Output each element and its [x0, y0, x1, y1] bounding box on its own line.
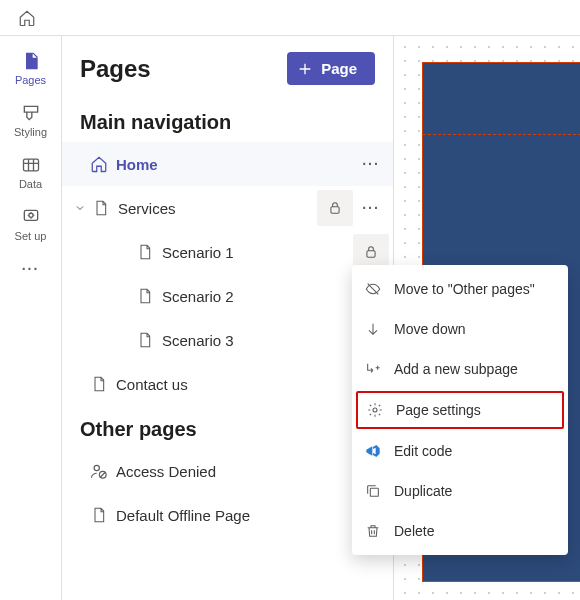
- cm-add-subpage[interactable]: Add a new subpage: [352, 349, 568, 389]
- subpage-icon: [364, 360, 382, 378]
- cm-page-settings[interactable]: Page settings: [356, 391, 564, 429]
- tree-item-label: Scenario 1: [162, 244, 234, 261]
- svg-rect-10: [370, 488, 378, 496]
- cm-delete[interactable]: Delete: [352, 511, 568, 551]
- tree-item-offline[interactable]: Default Offline Page: [62, 493, 393, 537]
- more-icon[interactable]: ···: [353, 146, 389, 182]
- section-main-nav-title: Main navigation: [62, 99, 393, 142]
- duplicate-icon: [364, 482, 382, 500]
- top-bar: [0, 0, 580, 36]
- rail-item-more[interactable]: ···: [4, 250, 58, 286]
- arrow-down-icon: [364, 320, 382, 338]
- cm-edit-code[interactable]: Edit code: [352, 431, 568, 471]
- tree-item-label: Default Offline Page: [116, 507, 250, 524]
- pages-panel: Pages Page Main navigation Home ···: [62, 36, 394, 600]
- tree-item-label: Contact us: [116, 376, 188, 393]
- svg-point-7: [94, 465, 99, 470]
- svg-rect-1: [24, 210, 37, 220]
- rail-item-styling[interactable]: Styling: [4, 94, 58, 144]
- cm-label: Page settings: [396, 402, 481, 418]
- cm-label: Edit code: [394, 443, 452, 459]
- more-icon: ···: [20, 258, 42, 280]
- cm-label: Move down: [394, 321, 466, 337]
- rail-label: Styling: [14, 126, 47, 138]
- tree-item-label: Scenario 2: [162, 288, 234, 305]
- page-icon: [88, 375, 110, 393]
- svg-rect-4: [367, 251, 375, 257]
- page-icon: [90, 199, 112, 217]
- page-icon: [88, 506, 110, 524]
- trash-icon: [364, 522, 382, 540]
- svg-point-2: [28, 213, 32, 217]
- panel-title: Pages: [80, 55, 151, 83]
- rail-item-pages[interactable]: Pages: [4, 42, 58, 92]
- page-icon: [20, 50, 42, 72]
- cm-label: Move to "Other pages": [394, 281, 535, 297]
- svg-point-9: [373, 408, 377, 412]
- svg-rect-0: [23, 159, 38, 171]
- cm-label: Add a new subpage: [394, 361, 518, 377]
- rail-label: Data: [19, 178, 42, 190]
- add-button-label: Page: [321, 60, 357, 77]
- page-icon: [134, 243, 156, 261]
- cm-move-to-other[interactable]: Move to "Other pages": [352, 269, 568, 309]
- tree-item-scenario-2[interactable]: Scenario 2: [62, 274, 393, 318]
- brush-icon: [20, 102, 42, 124]
- context-menu: Move to "Other pages" Move down Add a ne…: [352, 265, 568, 555]
- plus-icon: [297, 61, 313, 77]
- lock-icon[interactable]: [317, 190, 353, 226]
- tree-item-label: Services: [118, 200, 176, 217]
- preview-header: [423, 63, 580, 135]
- cm-label: Delete: [394, 523, 434, 539]
- home-icon[interactable]: [16, 7, 38, 29]
- tree-item-contact[interactable]: Contact us: [62, 362, 393, 406]
- person-denied-icon: [88, 462, 110, 480]
- rail-label: Set up: [15, 230, 47, 242]
- tree-item-scenario-1[interactable]: Scenario 1: [62, 230, 393, 274]
- tree-item-access-denied[interactable]: Access Denied: [62, 449, 393, 493]
- home-icon: [88, 155, 110, 173]
- code-icon: [364, 442, 382, 460]
- section-other-title: Other pages: [62, 406, 393, 449]
- cm-label: Duplicate: [394, 483, 452, 499]
- add-page-button[interactable]: Page: [287, 52, 375, 85]
- page-icon: [134, 287, 156, 305]
- page-icon: [134, 331, 156, 349]
- other-pages-tree: Access Denied Default Offline Page: [62, 449, 393, 537]
- tree-item-scenario-3[interactable]: Scenario 3: [62, 318, 393, 362]
- tree-item-label: Home: [116, 156, 158, 173]
- main-nav-tree: Home ··· Services ···: [62, 142, 393, 406]
- rail-item-data[interactable]: Data: [4, 146, 58, 196]
- left-rail: Pages Styling Data Set up ···: [0, 36, 62, 600]
- tree-item-home[interactable]: Home ···: [62, 142, 393, 186]
- eye-off-icon: [364, 280, 382, 298]
- setup-icon: [20, 206, 42, 228]
- cm-duplicate[interactable]: Duplicate: [352, 471, 568, 511]
- tree-item-services[interactable]: Services ···: [62, 186, 393, 230]
- rail-label: Pages: [15, 74, 46, 86]
- cm-move-down[interactable]: Move down: [352, 309, 568, 349]
- rail-item-setup[interactable]: Set up: [4, 198, 58, 248]
- gear-icon: [366, 401, 384, 419]
- more-icon[interactable]: ···: [353, 190, 389, 226]
- tree-item-label: Scenario 3: [162, 332, 234, 349]
- tree-item-label: Access Denied: [116, 463, 216, 480]
- table-icon: [20, 154, 42, 176]
- panel-header: Pages Page: [62, 36, 393, 99]
- chevron-down-icon[interactable]: [70, 202, 90, 214]
- svg-rect-3: [331, 207, 339, 213]
